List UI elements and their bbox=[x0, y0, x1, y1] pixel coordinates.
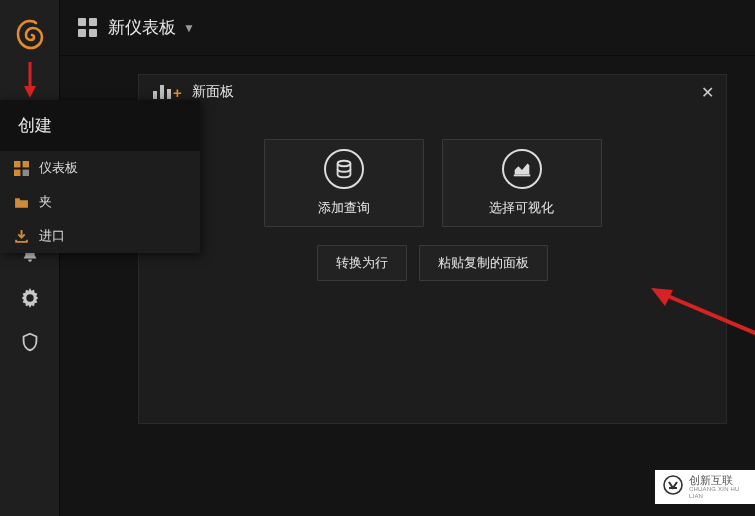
svg-rect-9 bbox=[14, 169, 20, 175]
import-icon bbox=[14, 229, 29, 244]
dashboard-grid-icon bbox=[78, 18, 98, 38]
top-breadcrumb-bar: 新仪表板 ▼ bbox=[60, 0, 755, 56]
choose-visualization-card[interactable]: 选择可视化 bbox=[442, 139, 602, 227]
svg-rect-8 bbox=[23, 161, 29, 167]
bar-chart-icon bbox=[153, 85, 171, 99]
svg-rect-10 bbox=[23, 169, 29, 175]
flyout-item-label: 仪表板 bbox=[39, 159, 78, 177]
panel-body: 添加查询 选择可视化 转换为行 粘贴复制的面板 bbox=[139, 109, 726, 281]
watermark-text-cn: 创新互联 bbox=[689, 474, 747, 486]
chevron-down-icon[interactable]: ▼ bbox=[183, 21, 195, 35]
main-area: 新仪表板 ▼ + 新面板 ✕ bbox=[60, 0, 755, 516]
left-navbar bbox=[0, 0, 60, 516]
svg-rect-6 bbox=[513, 175, 530, 177]
dashboard-icon bbox=[14, 161, 29, 176]
arrow-annotation-down-icon bbox=[21, 60, 39, 100]
flyout-item-label: 夹 bbox=[39, 193, 52, 211]
grafana-logo-icon[interactable] bbox=[12, 18, 48, 54]
folder-icon bbox=[14, 195, 29, 210]
flyout-header: 创建 bbox=[0, 100, 200, 151]
svg-point-11 bbox=[664, 476, 682, 494]
watermark-badge: 创新互联 CHUANG XIN HU LIAN bbox=[655, 470, 755, 504]
watermark-text-en: CHUANG XIN HU LIAN bbox=[689, 486, 747, 499]
button-row: 转换为行 粘贴复制的面板 bbox=[317, 245, 548, 281]
paste-panel-button[interactable]: 粘贴复制的面板 bbox=[419, 245, 548, 281]
panel-title: 新面板 bbox=[192, 83, 234, 101]
svg-rect-7 bbox=[14, 161, 20, 167]
flyout-item-dashboard[interactable]: 仪表板 bbox=[0, 151, 200, 185]
flyout-item-folder[interactable]: 夹 bbox=[0, 185, 200, 219]
add-query-card[interactable]: 添加查询 bbox=[264, 139, 424, 227]
chart-area-icon bbox=[502, 149, 542, 189]
close-icon[interactable]: ✕ bbox=[701, 83, 714, 102]
card-row: 添加查询 选择可视化 bbox=[264, 139, 602, 227]
plus-accent-icon: + bbox=[173, 84, 182, 101]
convert-to-row-button[interactable]: 转换为行 bbox=[317, 245, 407, 281]
content-wrap: + 新面板 ✕ 添加查询 bbox=[120, 56, 755, 516]
panel-header: + 新面板 ✕ bbox=[139, 75, 726, 109]
new-panel-card: + 新面板 ✕ 添加查询 bbox=[138, 74, 727, 424]
choose-viz-label: 选择可视化 bbox=[489, 199, 554, 217]
nav-admin-shield-button[interactable] bbox=[0, 320, 60, 364]
nav-configuration-button[interactable] bbox=[0, 276, 60, 320]
add-query-label: 添加查询 bbox=[318, 199, 370, 217]
svg-point-5 bbox=[337, 161, 350, 167]
flyout-item-import[interactable]: 进口 bbox=[0, 219, 200, 253]
dashboard-title[interactable]: 新仪表板 bbox=[108, 16, 176, 39]
database-icon bbox=[324, 149, 364, 189]
create-flyout-menu: 创建 仪表板 夹 进口 bbox=[0, 100, 200, 253]
watermark-logo-icon bbox=[663, 475, 683, 499]
flyout-item-label: 进口 bbox=[39, 227, 65, 245]
